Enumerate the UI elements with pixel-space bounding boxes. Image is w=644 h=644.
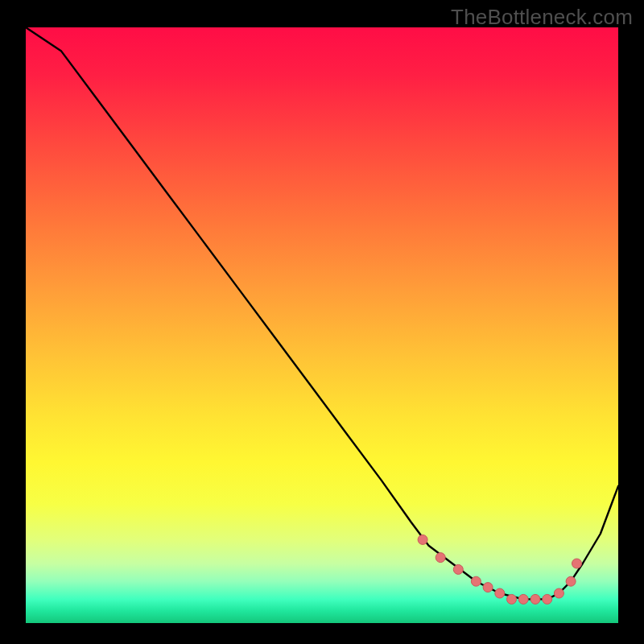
watermark-text: TheBottleneck.com <box>451 5 633 30</box>
gradient-plot-area <box>26 27 618 623</box>
chart-frame: TheBottleneck.com <box>0 0 644 644</box>
